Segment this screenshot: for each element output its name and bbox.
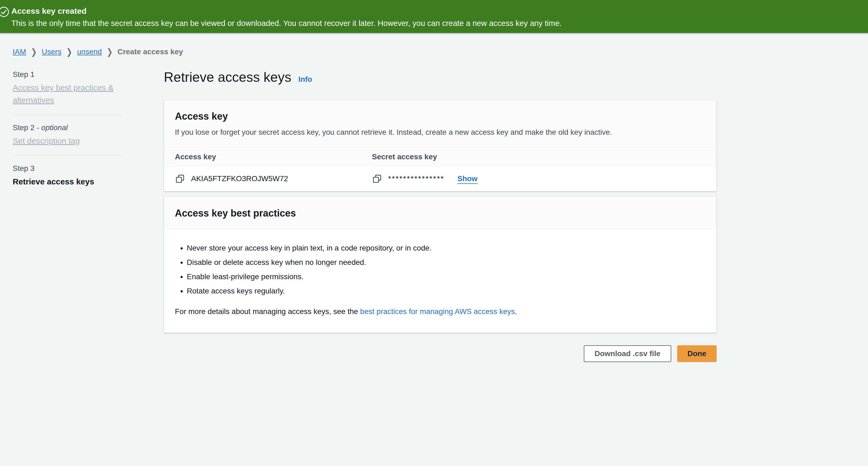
chevron-right-icon: ❯ <box>106 47 113 57</box>
best-practices-footer: For more details about managing access k… <box>175 306 706 317</box>
column-header-secret-access-key: Secret access key <box>372 153 437 161</box>
step-1-link[interactable]: Access key best practices & alternatives <box>13 82 122 106</box>
step-1: Step 1 Access key best practices & alter… <box>13 70 122 106</box>
chevron-right-icon: ❯ <box>66 47 72 57</box>
access-key-card: Access key If you lose or forget your se… <box>164 99 717 191</box>
banner-title: Access key created <box>11 5 857 17</box>
divider <box>13 115 122 115</box>
access-key-value: AKIA5FTZFKO3ROJW5W72 <box>191 175 288 183</box>
main-content: Retrieve access keys Info Access key If … <box>164 68 717 362</box>
step-3: Step 3 Retrieve access keys <box>13 164 122 187</box>
key-table-header: Access key Secret access key <box>164 147 716 166</box>
key-table-row: AKIA5FTZFKO3ROJW5W72 *************** Sho… <box>164 166 716 191</box>
access-key-card-description: If you lose or forget your secret access… <box>175 127 706 137</box>
step-2-link[interactable]: Set description tag <box>13 135 122 147</box>
info-link[interactable]: Info <box>298 75 312 84</box>
best-practice-item: Never store your access key in plain tex… <box>187 243 706 253</box>
best-practice-item: Enable least-privilege permissions. <box>187 271 706 282</box>
download-csv-button[interactable]: Download .csv file <box>584 345 671 362</box>
step-1-label: Step 1 <box>13 70 122 80</box>
access-key-card-header: Access key If you lose or forget your se… <box>164 100 716 147</box>
check-circle-icon <box>0 6 10 18</box>
best-practices-card-title: Access key best practices <box>175 207 706 219</box>
best-practice-item: Disable or delete access key when no lon… <box>187 257 706 268</box>
access-key-card-title: Access key <box>175 111 706 122</box>
step-3-current: Retrieve access keys <box>13 176 122 187</box>
action-buttons: Download .csv file Done <box>164 345 717 362</box>
chevron-right-icon: ❯ <box>31 47 37 57</box>
best-practices-doc-link[interactable]: best practices for managing AWS access k… <box>360 307 515 316</box>
page-title-row: Retrieve access keys Info <box>164 68 717 86</box>
best-practices-content: Never store your access key in plain tex… <box>164 229 716 333</box>
success-banner: Access key created This is the only time… <box>0 0 868 33</box>
breadcrumb-link-unsend[interactable]: unsend <box>77 48 102 56</box>
best-practices-card-header: Access key best practices <box>164 196 716 229</box>
done-button[interactable]: Done <box>677 345 717 362</box>
column-header-access-key: Access key <box>175 153 216 161</box>
best-practices-card: Access key best practices Never store yo… <box>164 196 717 333</box>
step-3-label: Step 3 <box>13 164 122 173</box>
breadcrumb: IAM ❯ Users ❯ unsend ❯ Create access key <box>13 48 183 56</box>
step-2: Step 2 - optional Set description tag <box>13 123 122 147</box>
secret-access-key-masked: *************** <box>388 175 444 183</box>
show-secret-link[interactable]: Show <box>457 175 477 183</box>
best-practices-list: Never store your access key in plain tex… <box>175 243 706 297</box>
copy-icon[interactable] <box>175 174 185 184</box>
copy-icon[interactable] <box>372 174 382 184</box>
breadcrumb-link-users[interactable]: Users <box>42 48 62 56</box>
step-nav: Step 1 Access key best practices & alter… <box>13 70 122 187</box>
divider <box>13 155 122 156</box>
best-practice-item: Rotate access keys regularly. <box>187 286 706 297</box>
breadcrumb-current: Create access key <box>117 48 183 56</box>
step-2-label: Step 2 - optional <box>13 123 122 132</box>
banner-message: This is the only time that the secret ac… <box>11 17 857 29</box>
page-title: Retrieve access keys <box>164 68 291 86</box>
breadcrumb-link-iam[interactable]: IAM <box>13 48 26 56</box>
